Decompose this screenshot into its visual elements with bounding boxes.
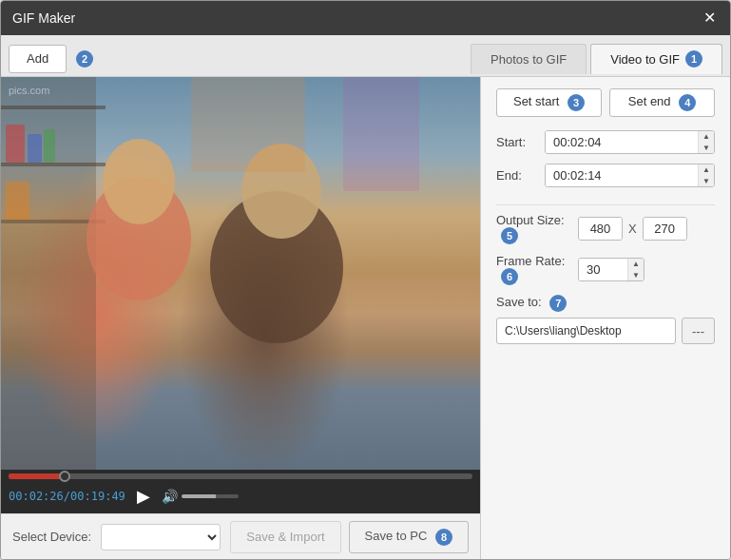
video-panel: pics.com 00:02:26/00:19:49 ▶ 🔊	[1, 77, 481, 559]
controls-row: 00:02:26/00:19:49 ▶ 🔊	[9, 483, 472, 510]
set-buttons: Set start 3 Set end 4	[496, 88, 715, 117]
device-select[interactable]	[101, 524, 221, 550]
svg-rect-13	[343, 77, 419, 191]
scene-svg	[1, 77, 480, 470]
set-start-button[interactable]: Set start 3	[496, 88, 602, 117]
start-down[interactable]: ▼	[699, 143, 714, 154]
main-window: GIF Maker ✕ Add 2 Photos to GIF Video to…	[0, 0, 731, 560]
volume-container: 🔊	[162, 489, 239, 504]
add-badge: 2	[76, 50, 93, 68]
svg-rect-2	[1, 163, 106, 166]
main-content: pics.com 00:02:26/00:19:49 ▶ 🔊	[1, 77, 730, 559]
end-spinner: ▲ ▼	[698, 164, 714, 186]
add-button[interactable]: Add	[9, 45, 67, 73]
end-down[interactable]: ▼	[699, 176, 714, 187]
save-import-button[interactable]: Save & Import	[230, 521, 340, 553]
start-input-wrap: ▲ ▼	[545, 130, 715, 154]
svg-rect-6	[44, 129, 55, 163]
output-size-row: Output Size: 5 X	[496, 213, 715, 244]
svg-rect-1	[1, 106, 106, 109]
close-button[interactable]: ✕	[700, 9, 719, 28]
start-input[interactable]	[546, 131, 698, 153]
svg-rect-5	[28, 134, 42, 163]
start-field-row: Start: ▲ ▼	[496, 130, 715, 154]
time-display: 00:02:26/00:19:49	[9, 490, 125, 503]
frame-rate-input[interactable]	[579, 259, 627, 280]
set-end-button[interactable]: Set end 4	[609, 88, 715, 117]
start-label: Start:	[496, 135, 539, 149]
height-input[interactable]	[644, 218, 686, 240]
watermark: pics.com	[9, 85, 49, 96]
save-to-label: Save to: 7	[496, 295, 715, 312]
progress-bar[interactable]	[9, 473, 472, 479]
end-input[interactable]	[546, 164, 698, 186]
save-pc-badge: 8	[435, 529, 452, 546]
output-size-label: Output Size: 5	[496, 213, 572, 244]
save-to-pc-button[interactable]: Save to PC 8	[349, 521, 469, 553]
svg-rect-4	[6, 125, 25, 163]
tab-video-to-gif[interactable]: Video to GIF 1	[590, 44, 722, 74]
set-end-badge: 4	[679, 94, 696, 111]
frame-rate-label: Frame Rate: 6	[496, 254, 572, 285]
frame-up[interactable]: ▲	[628, 259, 644, 270]
end-label: End:	[496, 168, 539, 183]
end-field-row: End: ▲ ▼	[496, 164, 715, 187]
frame-rate-input-wrap: ▲ ▼	[578, 258, 644, 281]
frame-down[interactable]: ▼	[628, 270, 644, 281]
progress-fill	[9, 473, 65, 479]
output-size-badge: 5	[501, 227, 518, 244]
frame-spinner: ▲ ▼	[627, 259, 644, 280]
end-input-wrap: ▲ ▼	[545, 164, 715, 187]
frame-rate-row: Frame Rate: 6 ▲ ▼	[496, 254, 715, 285]
progress-thumb	[59, 471, 70, 482]
width-input[interactable]	[579, 218, 622, 240]
start-up[interactable]: ▲	[699, 131, 714, 143]
width-wrap	[578, 217, 623, 241]
title-bar: GIF Maker ✕	[1, 1, 730, 35]
svg-point-9	[103, 139, 175, 224]
bottom-actions: Save & Import Save to PC 8	[230, 521, 469, 553]
video-controls: 00:02:26/00:19:49 ▶ 🔊	[1, 470, 480, 513]
browse-button[interactable]: ---	[682, 318, 715, 344]
svg-rect-12	[191, 77, 305, 172]
video-tab-badge: 1	[685, 50, 702, 68]
device-bar: Select Device: Save & Import Save to PC …	[1, 513, 480, 559]
set-start-badge: 3	[567, 94, 585, 111]
start-spinner: ▲ ▼	[698, 131, 714, 153]
window-title: GIF Maker	[12, 10, 75, 26]
video-display: pics.com	[1, 77, 480, 470]
tab-bar: Add 2 Photos to GIF Video to GIF 1	[1, 35, 730, 77]
device-label: Select Device:	[12, 530, 91, 544]
x-separator: X	[628, 222, 637, 236]
save-to-row: ---	[496, 318, 715, 344]
end-up[interactable]: ▲	[699, 164, 714, 176]
frame-rate-badge: 6	[501, 268, 518, 285]
save-to-badge: 7	[549, 295, 567, 312]
video-area: pics.com	[1, 77, 480, 470]
size-inputs: X	[578, 217, 687, 241]
volume-icon: 🔊	[162, 489, 178, 504]
volume-slider[interactable]	[182, 494, 239, 498]
tab-photos-to-gif[interactable]: Photos to GIF	[471, 44, 587, 74]
play-button[interactable]: ▶	[133, 488, 154, 505]
height-wrap	[643, 217, 687, 241]
save-path-input[interactable]	[496, 318, 676, 344]
right-panel: Set start 3 Set end 4 Start: ▲ ▼	[481, 77, 730, 559]
svg-rect-7	[6, 182, 29, 220]
